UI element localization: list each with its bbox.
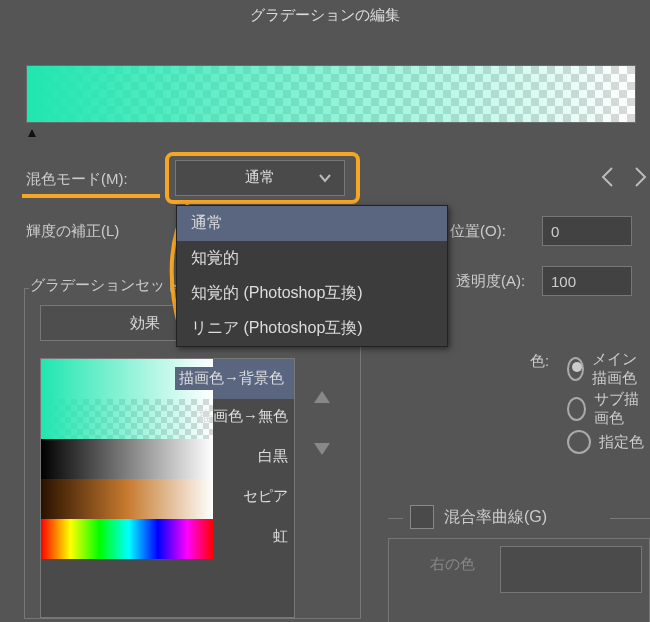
preset-label: 描画色→無色 [198,407,288,426]
svg-rect-12 [41,439,213,479]
gradient-preview-swatch [27,66,635,122]
opacity-input[interactable] [542,266,632,296]
blend-mode-label: 混色モード(M): [26,170,128,189]
radio-label: サブ描画色 [594,390,650,428]
preset-label: 白黒 [258,447,288,466]
checkbox-icon [410,505,434,529]
color-radio-main[interactable]: メイン描画色 [567,350,650,388]
annotation-underline [22,194,160,198]
preset-item[interactable]: 虹 [41,519,294,559]
svg-rect-13 [41,479,213,519]
svg-marker-16 [314,443,330,455]
svg-rect-4 [27,66,635,122]
position-input[interactable] [542,216,632,246]
blend-mode-option[interactable]: リニア (Photoshop互換) [177,311,447,346]
svg-rect-11 [41,399,213,439]
radio-icon [567,357,584,381]
next-stop-button[interactable] [632,166,648,194]
checkbox-label: 混合率曲線(G) [444,507,547,528]
preset-item[interactable]: 描画色→無色 [41,399,294,439]
svg-marker-5 [28,129,36,137]
preset-item[interactable]: セピア [41,479,294,519]
preset-swatch [41,399,213,439]
radio-label: 指定色 [599,433,644,452]
blend-curve-checkbox[interactable]: 混合率曲線(G) [410,505,547,529]
blend-mode-dropdown[interactable]: 通常 [175,160,345,196]
chevron-down-icon [318,171,332,188]
preset-label: 描画色→背景色 [175,367,288,390]
radio-label: メイン描画色 [592,350,650,388]
position-label: 位置(O): [450,222,506,241]
preset-swatch [41,519,213,559]
group-border [388,518,403,519]
gradation-set-label: グラデーションセット [30,276,180,295]
prev-stop-button[interactable] [600,166,616,194]
blend-mode-option[interactable]: 知覚的 (Photoshop互換) [177,276,447,311]
right-color-field[interactable] [500,546,642,593]
color-label: 色: [530,352,549,371]
preset-swatch [41,479,213,519]
svg-marker-15 [314,391,330,403]
preset-label: 虹 [273,527,288,546]
move-down-button[interactable] [312,438,332,464]
window-title: グラデーションの編集 [0,6,650,25]
radio-icon [567,397,586,421]
right-color-label: 右の色 [430,555,475,574]
preset-item[interactable]: 白黒 [41,439,294,479]
opacity-label: 透明度(A): [456,272,525,291]
brightness-correction-label: 輝度の補正(L) [26,222,119,241]
blend-mode-menu[interactable]: 通常 知覚的 知覚的 (Photoshop互換) リニア (Photoshop互… [176,205,448,347]
color-radio-sub[interactable]: サブ描画色 [567,390,650,428]
preset-item[interactable]: 描画色→背景色 [41,359,294,399]
group-border [610,518,650,519]
blend-mode-option[interactable]: 通常 [177,206,447,241]
gradient-preview[interactable] [26,65,636,123]
blend-mode-option[interactable]: 知覚的 [177,241,447,276]
color-radio-spec[interactable]: 指定色 [567,430,644,454]
preset-swatch [41,439,213,479]
radio-icon [567,430,591,454]
preset-label: セピア [243,487,288,506]
preset-list[interactable]: 描画色→背景色 描画色→無色 白黒 セピア [40,358,295,618]
move-up-button[interactable] [312,388,332,414]
gradient-stop-markers[interactable] [26,126,636,138]
svg-rect-14 [41,519,213,559]
